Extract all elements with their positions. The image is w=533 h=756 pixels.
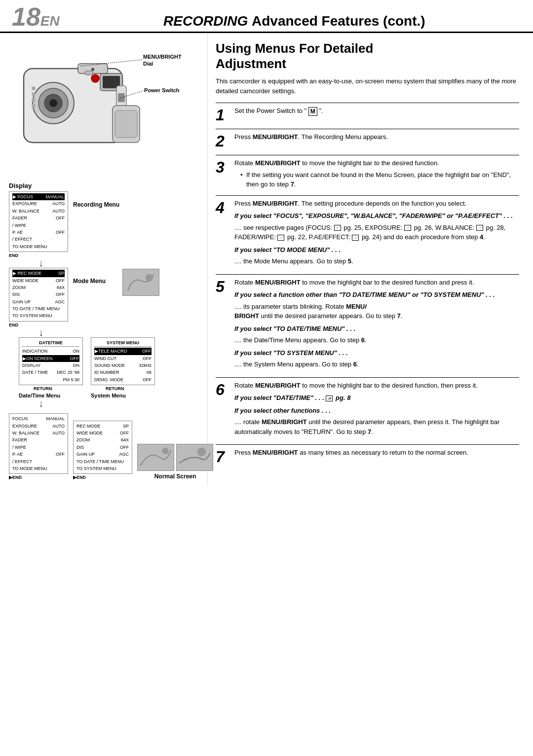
mode-menu-photo [122, 269, 159, 296]
step-6-subheading-1: If you select "DATE/TIME" . . . ☞ pg. 8 [234, 393, 519, 403]
b-rec-focus: FOCUSMANUAL [12, 415, 65, 422]
b-mode-recmode: REC MODESP [76, 423, 129, 430]
recording-menu-row: ▶ FOCUSMANUAL EXPOSUREAUTO W. BALANCEAUT… [9, 191, 119, 258]
system-row-idnumber: ID NUMBER06 [94, 369, 152, 376]
step-2-text: Press MENU/BRIGHT. The Recording Menu ap… [234, 132, 519, 142]
datetime-menu-return: RETURN [34, 386, 52, 391]
svg-point-4 [49, 99, 57, 107]
mode-row-datetime-menu: TO DATE / TIME MENU [12, 305, 65, 312]
step-4-subheading-1: If you select "FOCUS", "EXPOSURE", "W.BA… [234, 211, 519, 221]
step-5-text: Rotate MENU/BRIGHT to move the highlight… [234, 278, 519, 288]
section-divider [216, 103, 519, 103]
step-3-subs: If the setting you want cannot be found … [234, 170, 519, 189]
b-mode-dis: DISOFF [76, 444, 129, 451]
svg-point-12 [32, 92, 36, 96]
section-title: Using Menus For Detailed Adjustment [216, 41, 519, 72]
menu-row-wbalance: W. BALANCEAUTO [12, 208, 65, 215]
svg-point-25 [146, 274, 153, 282]
page-number-suffix: EN [40, 13, 60, 29]
intro-text: This camcorder is equipped with an easy-… [216, 76, 519, 96]
step-5: 5 Rotate MENU/BRIGHT to move the highlig… [216, 278, 519, 371]
b-mode-gainup: GAIN UPAGC [76, 451, 129, 458]
step-2: 2 Press MENU/BRIGHT. The Recording Menu … [216, 132, 519, 149]
mode-row-recmode: ▶ REC MODESP [12, 270, 65, 277]
step-6-subheading-2: If you select other functions . . . [234, 406, 519, 416]
system-menu-label: System Menu [91, 393, 126, 398]
step-4: 4 Press MENU/BRIGHT. The setting procedu… [216, 199, 519, 268]
mode-row-system-menu: TO SYSTEM MENU [12, 312, 65, 319]
menu-row-mode-menu: TO MODE MENU [12, 243, 65, 250]
step-3: 3 Rotate MENU/BRIGHT to move the highlig… [216, 158, 519, 189]
datetime-row-date: DATE / TIMEDEC 25 '99 [22, 369, 79, 376]
divider-1 [216, 129, 519, 129]
system-menu-return: RETURN [106, 386, 124, 391]
divider-6 [216, 444, 519, 445]
b-rec-fader: FADER [12, 436, 65, 443]
ref-icon-1: ☞ [334, 225, 341, 231]
divider-2 [216, 155, 519, 155]
divider-4 [216, 274, 519, 275]
mode-menu-row: ▶ REC MODESP WIDE MODEOFF ZOOM64X DISOFF… [9, 268, 159, 327]
step-7-number: 7 [216, 448, 229, 465]
arrow-3: ↓ [38, 398, 43, 408]
bottom-mode-menu-wrap: REC MODESP WIDE MODEOFF ZOOM64X DISOFF G… [73, 421, 132, 480]
header-title-italic: RECORDING [163, 13, 248, 29]
right-panel: Using Menus For Detailed Adjustment This… [207, 33, 533, 486]
svg-text:Dial: Dial [143, 61, 153, 67]
menu-row-fader: FADEROFF [12, 215, 65, 221]
step-1-number: 1 [216, 106, 229, 123]
thumbnails-row [137, 443, 213, 471]
b-rec-effect: / EFFECT [12, 458, 65, 465]
b-mode-tosystem: TO SYSTEM MENU [76, 465, 129, 472]
svg-point-27 [162, 448, 169, 454]
ref-icon-3: ☞ [476, 225, 483, 231]
bottom-boxes: FOCUSMANUAL EXPOSUREAUTO W. BALANCEAUTO … [9, 413, 213, 480]
step-3-sub-1: If the setting you want cannot be found … [240, 170, 519, 189]
system-row-windcut: WIND CUTOFF [94, 355, 152, 362]
menu-row-focus: ▶ FOCUSMANUAL [12, 193, 65, 200]
b-mode-end: ▶END [73, 475, 86, 480]
left-panel: ◉ MENU/BRIGHT Dial [0, 33, 207, 486]
svg-text:Power Switch: Power Switch [144, 87, 180, 93]
mode-row-gainup: GAIN UPAGC [12, 298, 65, 305]
step-6-text: Rotate MENU/BRIGHT to move the highlight… [234, 381, 519, 391]
menu-flow-diagram: ▶ FOCUSMANUAL EXPOSUREAUTO W. BALANCEAUT… [9, 191, 201, 480]
camcorder-illustration: ◉ MENU/BRIGHT Dial [9, 39, 187, 182]
ref-icon-5: ☞ [352, 235, 359, 241]
step-5-subheading-2: If you select "TO DATE/TIME MENU" . . . [234, 324, 519, 334]
step-4-text: Press MENU/BRIGHT. The setting procedure… [234, 199, 519, 209]
arrow-1: ↓ [38, 258, 43, 268]
page-number-digits: 18 [12, 2, 40, 31]
system-menu-box: SYSTEM MENU ▶TELE MACROOFF WIND CUTOFF S… [91, 337, 155, 385]
step-4-content: Press MENU/BRIGHT. The setting procedure… [234, 199, 519, 268]
recording-menu-box: ▶ FOCUSMANUAL EXPOSUREAUTO W. BALANCEAUT… [9, 191, 68, 252]
divider-3 [216, 195, 519, 196]
step-1-text: Set the Power Switch to " M ". [234, 106, 519, 116]
b-rec-end: ▶END [9, 475, 22, 480]
menu-row-wipe: / WIPE [12, 222, 65, 229]
normal-screen-wrap: Normal Screen [137, 443, 213, 480]
step-5-subtext-3: .... the System Menu appears. Go to step… [234, 360, 519, 369]
mode-row-zoom: ZOOM64X [12, 284, 65, 291]
b-mode-todate: TO DATE / TIME MENU [76, 458, 129, 465]
svg-point-17 [91, 74, 99, 82]
step-3-number: 3 [216, 158, 229, 175]
step-4-subheading-2: If you select "TO MODE MENU" . . . [234, 245, 519, 255]
svg-point-13 [32, 98, 36, 102]
svg-text:MENU/BRIGHT: MENU/BRIGHT [143, 54, 182, 60]
step-7-text: Press MENU/BRIGHT as many times as neces… [234, 448, 519, 458]
step-4-subtext-1: .... see respective pages (FOCUS: ☞ pg. … [234, 223, 519, 242]
datetime-row-display: DISPLAYON [22, 362, 79, 369]
step-4-number: 4 [216, 199, 229, 216]
system-menu-title: SYSTEM MENU [94, 339, 152, 347]
datetime-menu-box: DATE/TIME INDICATIONON ▶ON SCREENOFF DIS… [19, 337, 83, 385]
step-6: 6 Rotate MENU/BRIGHT to move the highlig… [216, 381, 519, 439]
step-5-number: 5 [216, 278, 229, 294]
mode-row-dis: DISOFF [12, 291, 65, 298]
main-content: ◉ MENU/BRIGHT Dial [0, 33, 533, 486]
svg-point-11 [32, 86, 36, 90]
b-rec-wipe: / WIPE [12, 444, 65, 451]
system-row-telemacro: ▶TELE MACROOFF [94, 348, 152, 355]
datetime-row-time: PM 5:30 [22, 376, 79, 383]
thumbnail-2 [176, 444, 213, 471]
